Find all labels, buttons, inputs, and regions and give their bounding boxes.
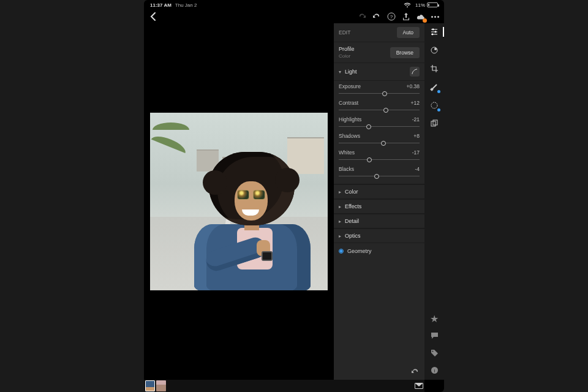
svg-text:i: i bbox=[434, 368, 435, 374]
svg-text:?: ? bbox=[390, 14, 393, 20]
section-light[interactable]: ▾ Light bbox=[334, 63, 424, 81]
tool-badge bbox=[437, 108, 440, 111]
slider-shadows[interactable]: Shadows+8 bbox=[339, 133, 420, 146]
edit-panel: EDIT Auto Profile Color Browse ▾ Light E… bbox=[334, 23, 424, 380]
svg-point-6 bbox=[434, 48, 437, 50]
edit-tool[interactable] bbox=[429, 27, 439, 37]
rating-button[interactable]: ★ bbox=[429, 314, 439, 323]
slider-track[interactable] bbox=[339, 141, 420, 146]
cloud-alert-badge bbox=[423, 18, 427, 23]
status-time: 11:37 AM bbox=[150, 2, 172, 8]
slider-whites[interactable]: Whites-17 bbox=[339, 149, 420, 162]
svg-point-11 bbox=[432, 350, 433, 352]
svg-point-3 bbox=[435, 31, 437, 33]
filmstrip[interactable] bbox=[144, 380, 424, 392]
share-button[interactable] bbox=[402, 12, 410, 21]
healing-tool[interactable] bbox=[429, 82, 439, 92]
slider-track[interactable] bbox=[339, 91, 420, 96]
tool-badge bbox=[437, 90, 440, 93]
battery-icon bbox=[427, 2, 438, 7]
chevron-right-icon: ▸ bbox=[339, 219, 341, 224]
mail-icon[interactable] bbox=[415, 383, 423, 389]
slider-track[interactable] bbox=[339, 157, 420, 162]
profile-row[interactable]: Profile Color Browse bbox=[334, 42, 424, 63]
light-sliders: Exposure+0.38Contrast+12Highlights-21Sha… bbox=[334, 81, 424, 184]
battery-fill bbox=[428, 4, 429, 6]
cloud-sync-button[interactable] bbox=[417, 12, 425, 21]
auto-button[interactable]: Auto bbox=[397, 27, 420, 38]
slider-track[interactable] bbox=[339, 174, 420, 179]
battery-indicator: 11% bbox=[415, 2, 438, 8]
keywords-button[interactable] bbox=[429, 348, 439, 358]
slider-thumb[interactable] bbox=[366, 124, 371, 129]
section-color[interactable]: ▸ Color bbox=[334, 184, 424, 199]
profile-value: Color bbox=[339, 53, 355, 59]
reset-button[interactable] bbox=[411, 368, 420, 376]
slider-label: Whites bbox=[339, 149, 355, 156]
comments-button[interactable] bbox=[429, 331, 439, 341]
panel-footer bbox=[334, 364, 424, 380]
slider-blacks[interactable]: Blacks-4 bbox=[339, 166, 420, 179]
section-geometry[interactable]: Geometry bbox=[334, 243, 424, 259]
undo-button[interactable] bbox=[372, 12, 381, 21]
slider-thumb[interactable] bbox=[367, 157, 372, 162]
slider-exposure[interactable]: Exposure+0.38 bbox=[339, 83, 420, 96]
section-optics[interactable]: ▸ Optics bbox=[334, 228, 424, 243]
slider-label: Exposure bbox=[339, 83, 361, 89]
slider-value: +12 bbox=[411, 100, 420, 106]
workspace: EDIT Auto Profile Color Browse ▾ Light E… bbox=[144, 23, 424, 380]
edit-header-row: EDIT Auto bbox=[334, 23, 424, 42]
slider-value: -4 bbox=[415, 166, 420, 172]
slider-thumb[interactable] bbox=[383, 108, 388, 113]
back-button[interactable] bbox=[149, 12, 157, 21]
crop-tool[interactable] bbox=[429, 64, 439, 74]
help-button[interactable]: ? bbox=[387, 12, 396, 21]
slider-thumb[interactable] bbox=[374, 174, 379, 179]
tone-curve-button[interactable] bbox=[410, 67, 420, 77]
photo-preview bbox=[150, 113, 328, 290]
svg-point-5 bbox=[431, 47, 437, 53]
more-button[interactable] bbox=[431, 16, 439, 18]
svg-point-8 bbox=[431, 102, 437, 108]
geometry-indicator-icon bbox=[339, 249, 344, 254]
toolbar: ? bbox=[144, 10, 444, 23]
chevron-down-icon: ▾ bbox=[339, 69, 341, 75]
filmstrip-thumb[interactable] bbox=[156, 380, 166, 391]
slider-label: Shadows bbox=[339, 133, 360, 139]
section-detail[interactable]: ▸ Detail bbox=[334, 214, 424, 228]
chevron-right-icon: ▸ bbox=[339, 233, 341, 239]
chevron-right-icon: ▸ bbox=[339, 189, 341, 195]
slider-thumb[interactable] bbox=[381, 141, 386, 146]
slider-label: Contrast bbox=[339, 100, 358, 106]
section-effects[interactable]: ▸ Effects bbox=[334, 199, 424, 214]
wifi-icon bbox=[403, 1, 412, 9]
versions-tool[interactable] bbox=[429, 119, 439, 129]
slider-track[interactable] bbox=[339, 108, 420, 113]
status-date: Thu Jan 2 bbox=[175, 2, 197, 8]
browse-profiles-button[interactable]: Browse bbox=[390, 47, 420, 58]
slider-track[interactable] bbox=[339, 124, 420, 129]
masking-tool[interactable] bbox=[429, 100, 439, 110]
info-button[interactable]: i bbox=[429, 365, 439, 375]
slider-contrast[interactable]: Contrast+12 bbox=[339, 100, 420, 113]
edit-label: EDIT bbox=[339, 29, 350, 36]
slider-thumb[interactable] bbox=[382, 91, 387, 96]
battery-percent: 11% bbox=[415, 2, 425, 8]
presets-tool[interactable] bbox=[429, 45, 439, 55]
slider-value: +0.38 bbox=[406, 83, 420, 89]
redo-button[interactable] bbox=[358, 12, 366, 21]
svg-point-4 bbox=[432, 34, 434, 36]
slider-value: +8 bbox=[413, 133, 420, 139]
chevron-right-icon: ▸ bbox=[339, 204, 341, 209]
slider-value: -21 bbox=[412, 116, 420, 123]
tool-rail: ★ i bbox=[424, 23, 444, 380]
app-frame: 11:37 AM Thu Jan 2 11% ? bbox=[144, 0, 444, 392]
slider-highlights[interactable]: Highlights-21 bbox=[339, 116, 420, 129]
status-bar: 11:37 AM Thu Jan 2 11% bbox=[144, 0, 444, 10]
slider-label: Highlights bbox=[339, 116, 361, 123]
profile-label: Profile Color bbox=[339, 46, 355, 59]
photo-canvas[interactable] bbox=[144, 23, 334, 380]
slider-value: -17 bbox=[412, 149, 420, 156]
filmstrip-thumb[interactable] bbox=[145, 380, 155, 391]
slider-label: Blacks bbox=[339, 166, 354, 172]
